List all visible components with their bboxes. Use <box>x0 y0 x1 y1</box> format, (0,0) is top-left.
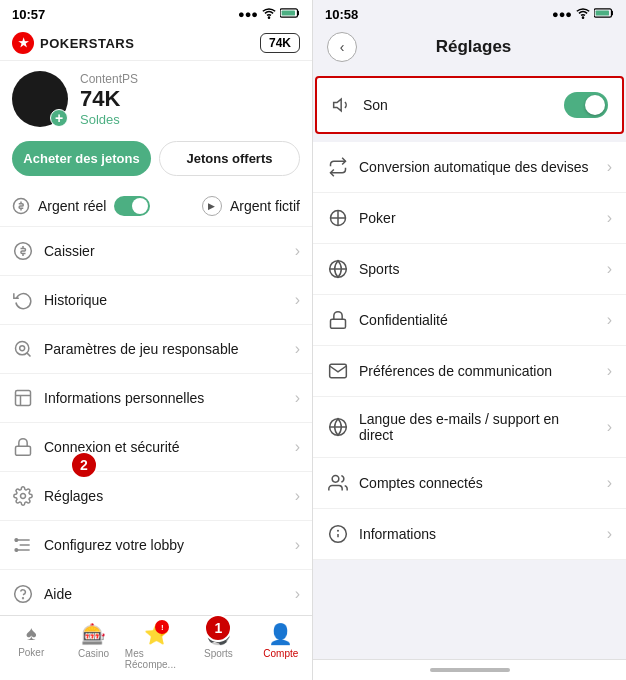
settings-item-son[interactable]: Son <box>315 76 624 134</box>
svg-point-11 <box>21 494 26 499</box>
menu-text-lobby: Configurez votre lobby <box>44 537 285 553</box>
menu-text-info-perso: Informations personnelles <box>44 390 285 406</box>
fake-money-label: Argent fictif <box>230 198 300 214</box>
left-panel: 10:57 ●●● ★ POKERSTARS 74K + ContentPS 7… <box>0 0 313 680</box>
bottom-tabs: ♠ Poker 🎰 Casino ⭐ ! Mes Récompe... ⚽ 1 … <box>0 615 312 680</box>
menu-item-reglages[interactable]: Réglages › <box>0 472 312 521</box>
son-toggle[interactable] <box>564 92 608 118</box>
settings-item-comptes[interactable]: Comptes connectés › <box>313 458 626 509</box>
prefs-comm-icon <box>327 360 349 382</box>
buy-tokens-button[interactable]: Acheter des jetons <box>12 141 151 176</box>
menu-item-lobby[interactable]: Configurez votre lobby › <box>0 521 312 570</box>
menu-text-reglages: Réglages <box>44 488 285 504</box>
status-icons-left: ●●● <box>238 6 300 22</box>
lobby-icon <box>12 534 34 556</box>
menu-item-connexion[interactable]: Connexion et sécurité › 2 <box>0 423 312 472</box>
play-icon: ▶ <box>202 196 222 216</box>
wifi-icon-right <box>576 6 590 22</box>
settings-item-confidentialite[interactable]: Confidentialité › <box>313 295 626 346</box>
chevron-informations: › <box>607 525 612 543</box>
chevron-confidentialite: › <box>607 311 612 329</box>
settings-item-sports[interactable]: Sports › <box>313 244 626 295</box>
settings-item-prefs-comm[interactable]: Préférences de communication › <box>313 346 626 397</box>
svg-point-5 <box>16 342 29 355</box>
sports-tab-label: Sports <box>204 648 233 659</box>
prefs-comm-text: Préférences de communication <box>359 363 597 379</box>
real-money-toggle[interactable] <box>114 196 150 216</box>
chevron-sports: › <box>607 260 612 278</box>
tab-compte[interactable]: 👤 Compte <box>250 622 312 670</box>
poker-settings-icon <box>327 207 349 229</box>
recompenses-tab-label: Mes Récompe... <box>125 648 187 670</box>
menu-list: Caissier › Historique › Paramètres de je… <box>0 227 312 615</box>
svg-rect-21 <box>596 11 609 16</box>
chevron-prefs-comm: › <box>607 362 612 380</box>
tab-recompenses[interactable]: ⭐ ! Mes Récompe... <box>125 622 187 670</box>
aide-icon <box>12 583 34 605</box>
profile-balance: 74K <box>80 86 138 112</box>
chevron-reglages: › <box>295 487 300 505</box>
settings-item-poker[interactable]: Poker › <box>313 193 626 244</box>
svg-point-16 <box>15 549 18 552</box>
menu-text-historique: Historique <box>44 292 285 308</box>
tab-sports[interactable]: ⚽ 1 Sports <box>187 622 249 670</box>
menu-item-info-perso[interactable]: Informations personnelles › <box>0 374 312 423</box>
poker-settings-text: Poker <box>359 210 597 226</box>
informations-icon <box>327 523 349 545</box>
compte-tab-icon: 👤 <box>268 622 293 646</box>
connexion-icon <box>12 436 34 458</box>
logo-text: POKERSTARS <box>40 36 134 51</box>
menu-item-jeu-responsable[interactable]: Paramètres de jeu responsable › <box>0 325 312 374</box>
play-money-section: ▶ Argent fictif <box>202 196 300 216</box>
status-bar-right: 10:58 ●●● <box>313 0 626 26</box>
settings-item-informations[interactable]: Informations › <box>313 509 626 560</box>
pokerstars-logo: ★ POKERSTARS <box>12 32 134 54</box>
menu-item-historique[interactable]: Historique › <box>0 276 312 325</box>
chevron-comptes: › <box>607 474 612 492</box>
home-indicator <box>430 668 510 672</box>
time-right: 10:58 <box>325 7 358 22</box>
battery-icon-right <box>594 7 614 21</box>
settings-item-conversion[interactable]: Conversion automatique des devises › <box>313 142 626 193</box>
casino-tab-label: Casino <box>78 648 109 659</box>
svg-rect-10 <box>16 446 31 455</box>
settings-item-langue[interactable]: Langue des e-mails / support en direct › <box>313 397 626 458</box>
svg-point-0 <box>268 17 269 18</box>
sports-settings-icon <box>327 258 349 280</box>
confidentialite-icon <box>327 309 349 331</box>
menu-text-caissier: Caissier <box>44 243 285 259</box>
poker-tab-label: Poker <box>18 647 44 658</box>
add-avatar-button[interactable]: + <box>50 109 68 127</box>
chevron-poker: › <box>607 209 612 227</box>
tab-casino[interactable]: 🎰 Casino <box>62 622 124 670</box>
chevron-info-perso: › <box>295 389 300 407</box>
signal-icon-right: ●●● <box>552 8 572 20</box>
bottom-bar-right <box>313 659 626 680</box>
svg-point-17 <box>15 586 32 603</box>
svg-marker-22 <box>334 99 342 111</box>
balance-badge: 74K <box>260 33 300 53</box>
free-tokens-button[interactable]: Jetons offerts <box>159 141 300 176</box>
status-bar-left: 10:57 ●●● <box>0 0 312 26</box>
back-button[interactable]: ‹ <box>327 32 357 62</box>
menu-item-aide[interactable]: Aide › <box>0 570 312 615</box>
chevron-lobby: › <box>295 536 300 554</box>
tab-poker[interactable]: ♠ Poker <box>0 622 62 670</box>
reglages-icon <box>12 485 34 507</box>
menu-text-aide: Aide <box>44 586 285 602</box>
comptes-icon <box>327 472 349 494</box>
comptes-text: Comptes connectés <box>359 475 597 491</box>
signal-icon-left: ●●● <box>238 8 258 20</box>
right-panel: 10:58 ●●● ‹ Réglages Son <box>313 0 626 680</box>
section-gap-1 <box>313 134 626 142</box>
chevron-connexion: › <box>295 438 300 456</box>
compte-tab-label: Compte <box>263 648 298 659</box>
conversion-icon <box>327 156 349 178</box>
langue-text: Langue des e-mails / support en direct <box>359 411 597 443</box>
poker-tab-icon: ♠ <box>26 622 37 645</box>
svg-point-18 <box>23 598 24 599</box>
langue-icon <box>327 416 349 438</box>
chevron-jeu-responsable: › <box>295 340 300 358</box>
profile-status: Soldes <box>80 112 138 127</box>
menu-item-caissier[interactable]: Caissier › <box>0 227 312 276</box>
